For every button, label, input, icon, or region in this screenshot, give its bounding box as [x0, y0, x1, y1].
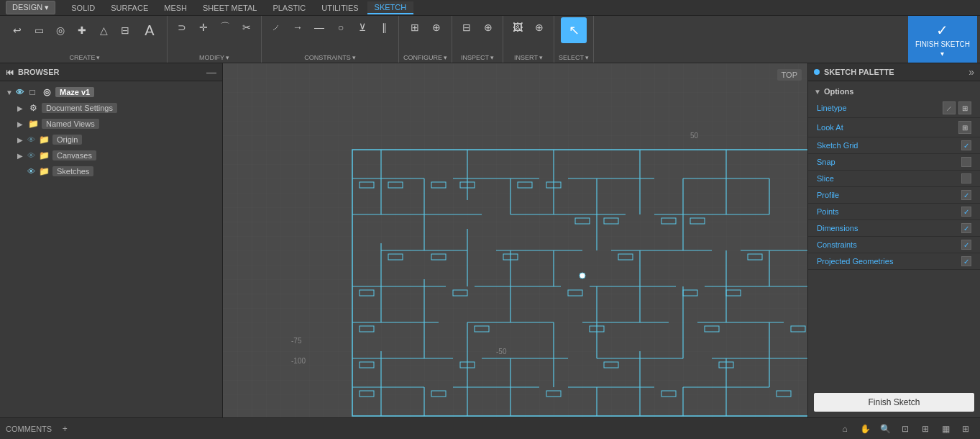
design-button[interactable]: DESIGN ▾	[6, 1, 55, 14]
select-btn[interactable]: ↖	[561, 17, 587, 43]
offset-btn[interactable]: ⊃	[172, 17, 192, 37]
zoom-fit-btn[interactable]: ⊡	[897, 420, 914, 438]
projected-geometries-checkbox[interactable]	[961, 256, 971, 266]
tab-sketch[interactable]: SKETCH	[367, 1, 414, 14]
inspect1-btn[interactable]: ⊟	[457, 17, 477, 37]
main-area: ⏮ BROWSER — ▼ 👁 □ ◎ Maze v1 ▶ ⚙ Document…	[0, 63, 980, 417]
tree-item-sketches[interactable]: ▶ 👁 📁 Sketches	[0, 163, 222, 179]
constraint5-btn[interactable]: ⊻	[352, 17, 372, 37]
look-at-icon[interactable]: ⊞	[958, 121, 971, 134]
insert1-btn[interactable]: 🖼	[508, 17, 528, 37]
more-btn[interactable]: ⊞	[957, 420, 974, 438]
add-comment-button[interactable]: +	[56, 420, 73, 438]
constraint3-btn[interactable]: —	[309, 17, 329, 37]
constraint6-btn[interactable]: ∥	[374, 17, 394, 37]
slice-label[interactable]: Slice	[817, 174, 834, 183]
left-sidebar: ⏮ BROWSER — ▼ 👁 □ ◎ Maze v1 ▶ ⚙ Document…	[0, 63, 223, 417]
move-btn[interactable]: ✛	[193, 17, 214, 37]
projected-geometries-label[interactable]: Projected Geometries	[817, 257, 893, 266]
slice-checkbox[interactable]	[961, 173, 971, 184]
undo-btn[interactable]: ↩	[7, 20, 27, 40]
sketch-palette-title: SKETCH PALETTE	[824, 68, 894, 76]
axis-label-neg100: -100	[291, 357, 306, 365]
text-btn[interactable]: A	[137, 17, 162, 43]
tree-label-origin: Origin	[52, 135, 82, 145]
finish-sketch-panel-button[interactable]: Finish Sketch	[814, 393, 974, 412]
folder-icon-canvases: 📁	[38, 150, 50, 161]
constraints-checkbox[interactable]	[961, 240, 971, 250]
svg-rect-75	[568, 290, 582, 296]
palette-dot	[814, 69, 820, 75]
points-checkbox[interactable]	[961, 207, 971, 217]
svg-rect-0	[352, 150, 807, 416]
plus-btn[interactable]: ✚	[72, 20, 92, 40]
browser-minimize-icon[interactable]: —	[206, 66, 216, 78]
tab-utilities[interactable]: UTILITIES	[314, 2, 365, 14]
constraints-dropdown-icon: ▾	[352, 54, 356, 61]
linetype-icon1[interactable]: ⟋	[943, 101, 956, 114]
zoom-btn[interactable]: 🔍	[876, 420, 894, 438]
profile-checkbox[interactable]	[961, 190, 971, 200]
constraint4-btn[interactable]: ○	[331, 17, 351, 37]
profile-label[interactable]: Profile	[817, 191, 839, 199]
linetype-icon2[interactable]: ⊞	[958, 101, 971, 114]
triangle-btn[interactable]: △	[93, 20, 114, 40]
trim-btn[interactable]: ✂	[237, 17, 257, 37]
tab-surface[interactable]: SURFACE	[104, 2, 155, 14]
options-section-header[interactable]: ▼ Options	[808, 84, 980, 99]
svg-rect-58	[360, 182, 374, 188]
tree-label-maze: Maze v1	[55, 87, 94, 97]
sketch-grid-checkbox[interactable]	[961, 140, 971, 150]
folder-icon-origin: 📁	[38, 134, 50, 145]
svg-rect-79	[475, 326, 489, 332]
fillet-btn[interactable]: ⌒	[215, 17, 235, 37]
tree-item-doc-settings[interactable]: ▶ ⚙ Document Settings	[0, 100, 222, 116]
rect-btn[interactable]: ▭	[29, 20, 49, 40]
grid-btn[interactable]: ▦	[937, 420, 954, 438]
constraints-label-opt[interactable]: Constraints	[817, 240, 857, 249]
canvas-area[interactable]: 50 -75 -50 -100	[223, 63, 807, 417]
tab-solid[interactable]: SOLID	[64, 2, 102, 14]
svg-rect-88	[431, 391, 446, 397]
browser-collapse-icon[interactable]: ⏮	[6, 68, 14, 76]
toolbar-main: ↩ ▭ ◎ ✚ △ ⊟ A CREATE ▾ ⊃ ✛ ⌒ ✂ MODIFY	[0, 16, 980, 63]
tree-item-named-views[interactable]: ▶ 📁 Named Views	[0, 116, 222, 132]
tree-item-canvases[interactable]: ▶ 👁 📁 Canvases	[0, 148, 222, 163]
tree-item-origin[interactable]: ▶ 👁 📁 Origin	[0, 132, 222, 148]
linetype-label[interactable]: Linetype	[817, 104, 847, 112]
create-group: ↩ ▭ ◎ ✚ △ ⊟ A CREATE ▾	[3, 16, 168, 63]
sketch-svg	[338, 142, 807, 417]
finish-sketch-toolbar-button[interactable]: ✓ FINISH SKETCH ▾	[908, 16, 977, 63]
tree-arrow-doc: ▶	[17, 104, 24, 112]
insert2-btn[interactable]: ⊕	[529, 17, 549, 37]
look-at-label[interactable]: Look At	[817, 123, 843, 132]
snap-checkbox[interactable]	[961, 157, 971, 167]
svg-point-92	[580, 273, 585, 279]
dimensions-label[interactable]: Dimensions	[817, 224, 858, 232]
svg-rect-78	[360, 326, 374, 332]
svg-rect-90	[661, 391, 676, 397]
inspect2-btn[interactable]: ⊕	[478, 17, 498, 37]
tree-item-maze[interactable]: ▼ 👁 □ ◎ Maze v1	[0, 84, 222, 100]
palette-expand-icon[interactable]: »	[968, 66, 974, 78]
axis-label-50: 50	[690, 132, 698, 140]
tab-mesh[interactable]: MESH	[157, 2, 194, 14]
pan-btn[interactable]: ✋	[856, 420, 874, 438]
circle-btn[interactable]: ◎	[50, 20, 70, 40]
toolbar-tabs: DESIGN ▾ SOLID SURFACE MESH SHEET METAL …	[0, 0, 980, 16]
line-btn[interactable]: ⊟	[115, 20, 135, 40]
tab-plastic[interactable]: PLASTIC	[265, 2, 313, 14]
configure1-btn[interactable]: ⊞	[405, 17, 425, 37]
display-btn[interactable]: ⊞	[917, 420, 934, 438]
tab-sheet-metal[interactable]: SHEET METAL	[196, 2, 264, 14]
home-view-btn[interactable]: ⌂	[836, 420, 853, 438]
svg-rect-81	[705, 326, 719, 332]
snap-label[interactable]: Snap	[817, 158, 835, 166]
svg-rect-72	[748, 254, 762, 260]
constraint2-btn[interactable]: →	[288, 17, 308, 37]
configure2-btn[interactable]: ⊕	[426, 17, 447, 37]
points-label[interactable]: Points	[817, 207, 839, 216]
constraint1-btn[interactable]: ⟋	[266, 17, 286, 37]
dimensions-checkbox[interactable]	[961, 223, 971, 233]
sketch-grid-label[interactable]: Sketch Grid	[817, 141, 858, 150]
